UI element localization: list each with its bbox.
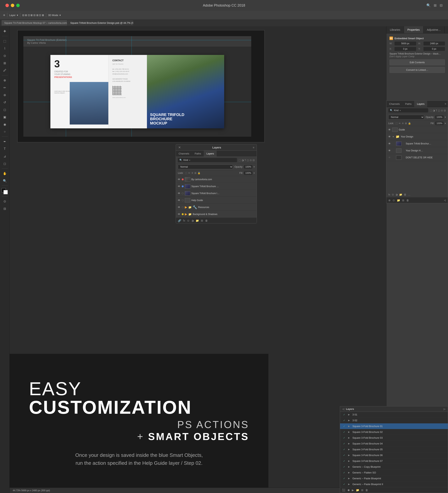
float-layer-vis-1[interactable]: 👁 xyxy=(177,178,181,181)
eraser-tool[interactable]: ◻ xyxy=(1,106,8,113)
background-color[interactable] xyxy=(3,190,8,194)
action-expand-5[interactable]: ▶ xyxy=(348,437,351,439)
float-tab-paths[interactable]: Paths xyxy=(192,151,204,157)
convert-linked-button[interactable]: Convert to Linked… xyxy=(389,67,445,73)
main-fill-value[interactable]: 100% xyxy=(435,122,444,125)
move-tool-icon[interactable]: ✛ xyxy=(3,14,5,17)
smart-filter-icon[interactable]: ⊙ xyxy=(250,159,252,162)
quick-select-tool[interactable]: ⊙ xyxy=(1,52,8,59)
float-layer-sq-trifold[interactable]: 👁 Square Trifold Brochure … xyxy=(176,183,257,190)
3d-mode-label[interactable]: 3D Mode xyxy=(48,14,58,17)
float-layer-resources[interactable]: 👁 ▶ 📁 🔧 Resources xyxy=(176,204,257,211)
maximize-button[interactable] xyxy=(16,4,20,7)
action-item-sq-01[interactable]: ✓ ▶ Square 3-Fold Brochure 01 xyxy=(340,423,448,429)
clone-tool[interactable]: ⊛ xyxy=(1,92,8,98)
main-expand-your-design[interactable]: ▼ xyxy=(392,135,395,138)
search-icon[interactable]: 🔍 xyxy=(426,3,431,8)
link-layers-icon[interactable]: 🔗 xyxy=(178,219,181,222)
delete-layer-icon[interactable]: 🗑 xyxy=(205,219,208,222)
action-item-copy-blueprint[interactable]: ✓ ▶ Generic – Copy Blueprint xyxy=(340,464,448,470)
pixel-filter-2[interactable]: ⬚ xyxy=(430,109,432,112)
arrange-icon[interactable]: ⊞ xyxy=(434,3,437,8)
shape-tool[interactable]: ◻ xyxy=(1,160,8,167)
shape-filter-2[interactable]: ◻ xyxy=(438,109,440,112)
quick-mask-tool[interactable]: ⊙ xyxy=(1,198,8,204)
tab-adjustments[interactable]: Adjustme… xyxy=(424,26,445,33)
action-expand-10[interactable]: ▶ xyxy=(348,466,351,468)
pen-tool[interactable]: ✒ xyxy=(1,138,8,145)
float-panel-close[interactable]: ✕ xyxy=(178,146,181,149)
main-opacity-arrow[interactable]: ▾ xyxy=(445,116,446,119)
record-action-icon[interactable]: ⏺ xyxy=(347,489,350,492)
float-blend-mode-select[interactable]: Normal xyxy=(178,165,233,169)
add-style-icon[interactable]: ⊕ xyxy=(388,199,391,202)
new-set-icon[interactable]: 📁 xyxy=(356,489,359,492)
add-layer-icon[interactable]: ⊞ xyxy=(402,199,404,202)
layer-label[interactable]: Layer xyxy=(9,14,16,17)
float-panel-menu[interactable]: ≡ xyxy=(253,146,254,149)
action-item-3-02[interactable]: ✓ ▶ 3 02 xyxy=(340,418,448,423)
float-layer-by-carlosviloria[interactable]: 👁 By carlosviloria.com xyxy=(176,176,257,183)
main-fill-arrow[interactable]: ▾ xyxy=(445,122,446,125)
action-expand-9[interactable]: ▶ xyxy=(348,460,351,462)
fx-adj-icon[interactable]: ◑ xyxy=(395,193,398,196)
lock-position-icon[interactable]: ✛ xyxy=(191,172,193,174)
hand-tool[interactable]: ✋ xyxy=(1,170,8,177)
adjust-filter-2[interactable]: ◑ xyxy=(433,109,435,112)
lock-transparent-icon[interactable]: ⬚ xyxy=(185,172,187,174)
fx-mask-icon[interactable]: ⊙ xyxy=(392,193,394,196)
main-layer-sq-trifold[interactable]: 👁 Square Trifold Brochur… xyxy=(386,140,448,147)
filter-toggle-2[interactable]: ⊟ xyxy=(444,109,446,112)
blur-tool[interactable]: ◉ xyxy=(1,121,8,128)
lock-position-2[interactable]: ✛ xyxy=(402,122,404,125)
tab-2[interactable]: Square Trifold Brochure Exterior Design.… xyxy=(68,20,133,25)
main-blend-mode-select[interactable]: Normal xyxy=(388,115,424,120)
filter-toggle-icon[interactable]: ⊟ xyxy=(253,159,255,162)
workspace-icon[interactable]: ⊟ xyxy=(440,3,443,8)
action-item-sq-02[interactable]: ✓ ▶ Square 3-Fold Brochure 02 xyxy=(340,429,448,435)
actions-panel-icon1[interactable]: |» xyxy=(443,408,446,410)
main-tab-layers[interactable]: Layers xyxy=(414,101,427,107)
lock-image-icon[interactable]: ✏ xyxy=(188,172,190,174)
float-fill-value[interactable]: 100% xyxy=(244,171,252,175)
type-filter-icon[interactable]: T xyxy=(245,159,246,162)
fx-trash-icon[interactable]: 🗑 xyxy=(404,193,406,196)
action-item-paste-blueprint-ii[interactable]: ✓ ▶ Generic – Paste Blueprint II xyxy=(340,482,448,487)
float-layer-help-guide[interactable]: 👁 Help Guide xyxy=(176,197,257,204)
title-bar-actions[interactable]: 🔍 ⊞ ⊟ xyxy=(426,3,443,8)
gradient-tool[interactable]: ▣ xyxy=(1,114,8,120)
float-tab-layers[interactable]: Layers xyxy=(204,151,217,157)
float-layer-vis-5[interactable]: 👁 xyxy=(177,206,181,209)
float-layer-vis-6[interactable]: 👁 xyxy=(177,213,181,216)
action-expand-4[interactable]: ▶ xyxy=(348,431,351,433)
shape-filter-icon[interactable]: ◻ xyxy=(247,159,249,162)
action-item-flatten-so[interactable]: ✓ ▶ Generic – Flatten SO xyxy=(340,470,448,476)
tab-libraries[interactable]: Libraries xyxy=(386,26,404,33)
action-expand-6[interactable]: ▶ xyxy=(348,442,351,445)
pixel-filter-icon[interactable]: ⬚ xyxy=(238,159,241,162)
lock-transparent-2[interactable]: ⬚ xyxy=(395,122,398,125)
main-opacity-value[interactable]: 100% xyxy=(435,115,444,119)
main-layer-guide[interactable]: 👁 Guide xyxy=(386,126,448,133)
float-layer-vis-4[interactable]: 👁 xyxy=(177,199,181,202)
smart-filter-2[interactable]: ⊙ xyxy=(441,109,443,112)
spot-heal-tool[interactable]: ⊕ xyxy=(1,77,8,84)
main-tab-paths[interactable]: Paths xyxy=(402,101,414,107)
fx-label[interactable]: fx xyxy=(388,193,390,196)
main-kind-arrow[interactable]: ▾ xyxy=(400,109,401,112)
lock-all-2[interactable]: 🔒 xyxy=(408,122,411,125)
lasso-tool[interactable]: ⌇ xyxy=(1,45,8,52)
adjustment-icon[interactable]: ◑ xyxy=(191,219,194,222)
float-tab-channels[interactable]: Channels xyxy=(176,151,192,157)
tab-1[interactable]: Square Tri-Fold Brochure Mockup 07 – car… xyxy=(1,20,67,25)
type-tool[interactable]: T xyxy=(1,146,8,152)
move-tool[interactable]: ✛ xyxy=(1,28,8,34)
minimize-button[interactable] xyxy=(11,4,14,7)
close-button[interactable] xyxy=(5,4,9,7)
delete-action-icon[interactable]: 🗑 xyxy=(365,489,368,492)
add-mask-icon[interactable]: ⊙ xyxy=(393,199,395,202)
fx-more-icon[interactable]: … xyxy=(408,193,410,196)
fx-icon[interactable]: fx xyxy=(183,219,185,222)
add-folder-icon[interactable]: 📁 xyxy=(397,199,400,202)
screen-mode-tool[interactable]: ⊟ xyxy=(1,205,8,212)
